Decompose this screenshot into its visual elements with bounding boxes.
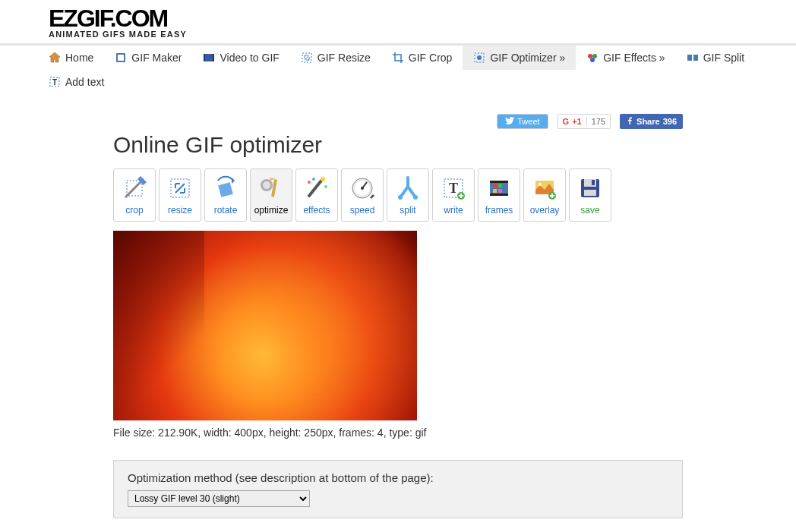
svg-rect-11 [687,55,692,61]
svg-rect-34 [490,181,508,183]
save-icon [576,175,604,202]
facebook-icon [626,117,633,126]
tool-label: save [580,205,599,216]
svg-point-7 [477,55,482,60]
tool-frames[interactable]: frames [478,168,520,222]
nav-add-text[interactable]: T Add text [38,70,115,94]
tool-label: frames [485,205,513,216]
optimization-method-select[interactable]: Lossy GIF level 30 (slight) [128,490,310,507]
svg-point-8 [588,54,592,58]
tool-optimize[interactable]: optimize [250,168,292,222]
svg-point-29 [413,195,418,200]
main-nav: Home GIF Maker Video to GIF GIF Resize G… [0,43,796,94]
nav-gif-maker[interactable]: GIF Maker [104,46,192,70]
gplus-button[interactable]: G +1 175 [558,114,611,129]
resize-icon [166,175,194,202]
optimize-icon [257,175,285,202]
tool-effects[interactable]: effects [295,168,338,222]
svg-rect-36 [493,184,497,187]
tool-label: resize [168,205,192,216]
nav-gif-split[interactable]: GIF Split [676,46,755,70]
tweet-button[interactable]: Tweet [497,114,548,129]
svg-point-22 [308,181,311,184]
svg-rect-38 [493,189,497,193]
tool-rotate[interactable]: rotate [204,168,247,222]
tool-resize[interactable]: resize [159,168,201,222]
nav-gif-resize[interactable]: GIF Resize [290,46,381,70]
nav-label: GIF Split [703,52,744,64]
speed-icon [349,175,376,202]
fb-label: Share [636,117,660,126]
frames-icon [485,175,513,202]
social-share-row: Tweet G +1 175 Share 396 [113,114,683,129]
svg-rect-46 [584,190,596,196]
nav-label: GIF Effects » [603,52,665,64]
tweet-label: Tweet [517,117,539,126]
nav-label: GIF Crop [409,52,453,64]
nav-gif-crop[interactable]: GIF Crop [381,46,463,70]
film-icon [115,52,127,64]
nav-home[interactable]: Home [38,46,104,70]
split-icon [394,175,422,202]
optimization-label: Optimization method (see description at … [128,471,668,484]
tool-write[interactable]: T write [432,168,475,222]
tool-save[interactable]: save [569,168,611,222]
tool-speed[interactable]: speed [341,168,384,222]
nav-label: Video to GIF [220,52,279,64]
svg-rect-17 [218,182,233,197]
crop-icon [121,175,148,202]
gif-preview [113,231,417,420]
twitter-icon [505,117,514,126]
nav-video-to-gif[interactable]: Video to GIF [192,46,289,70]
rotate-icon [212,175,239,202]
effects-icon [303,175,330,202]
file-info-text: File size: 212.90K, width: 400px, height… [113,427,683,439]
tool-label: effects [303,205,330,216]
tool-split[interactable]: split [387,168,429,222]
optimize-icon [473,52,485,64]
svg-point-27 [361,187,364,190]
svg-rect-39 [498,189,502,193]
site-logo[interactable]: EZGIF.COM ANIMATED GIFS MADE EASY [26,0,770,43]
tool-label: speed [350,205,375,216]
svg-text:T: T [449,181,458,196]
resize-icon [301,52,313,64]
svg-rect-20 [271,179,277,197]
svg-rect-35 [490,194,508,196]
nav-label: GIF Maker [131,52,182,64]
svg-point-10 [590,58,595,62]
optimization-panel: Optimization method (see description at … [113,460,683,518]
fb-count: 396 [663,117,677,126]
nav-label: GIF Optimizer » [490,52,565,64]
gplus-label: +1 [572,117,582,126]
overlay-icon [531,175,558,202]
svg-point-23 [312,178,315,181]
svg-rect-2 [204,54,214,61]
logo-subtitle: ANIMATED GIFS MADE EASY [49,30,770,39]
tool-label: split [400,205,415,216]
tool-label: crop [125,205,143,216]
split-icon [687,52,699,64]
text-icon: T [49,76,61,88]
svg-rect-3 [204,54,205,61]
svg-point-24 [324,185,327,188]
nav-gif-optimizer[interactable]: GIF Optimizer » [463,46,576,70]
video-icon [203,52,215,64]
crop-icon [392,52,404,64]
tool-overlay[interactable]: overlay [523,168,566,222]
tool-label: optimize [254,205,289,216]
nav-gif-effects[interactable]: GIF Effects » [576,46,675,70]
tool-label: write [444,205,463,216]
svg-rect-4 [213,54,214,61]
gplus-icon: G [563,117,570,126]
svg-point-41 [539,183,542,186]
gplus-count: 175 [586,117,605,126]
nav-label: GIF Resize [317,52,371,64]
svg-text:T: T [52,78,57,87]
fb-share-button[interactable]: Share 396 [620,114,683,129]
tool-crop[interactable]: crop [113,168,156,222]
write-icon: T [440,175,467,202]
svg-point-21 [321,177,325,181]
svg-point-19 [263,181,270,189]
tool-label: rotate [214,205,238,216]
